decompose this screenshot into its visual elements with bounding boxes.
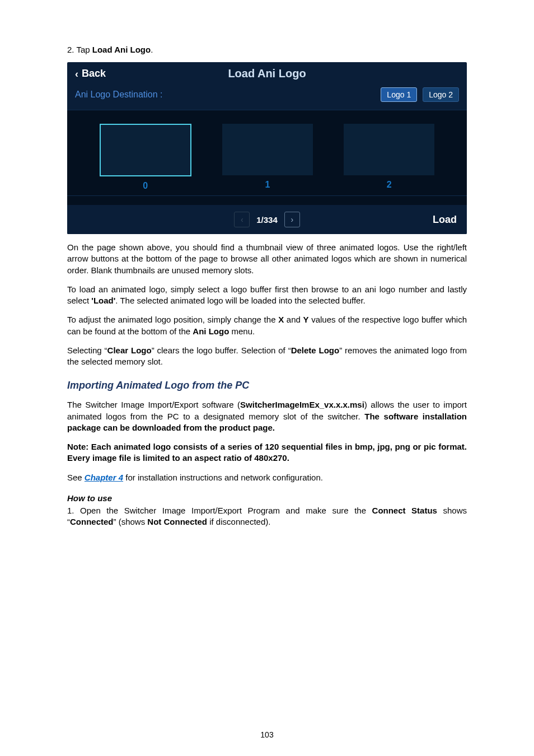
step2-bold: Load Ani Logo <box>92 45 151 54</box>
chevron-left-icon: ‹ <box>75 69 78 79</box>
s1-notconnected: Not Connected <box>147 517 207 526</box>
pager: ‹ 1/334 › <box>234 212 300 227</box>
thumbnail-1-box <box>222 124 313 175</box>
destination-label: Ani Logo Destination : <box>75 90 163 100</box>
thumbnail-area: 0 1 2 <box>67 110 467 205</box>
p5-msi: SwitcherImageImEx_vx.x.x.msi <box>240 400 364 409</box>
how-to-use-heading: How to use <box>67 493 467 503</box>
pager-next-button[interactable]: › <box>284 212 300 227</box>
back-label: Back <box>82 68 106 80</box>
panel-header: ‹ Back Load Ani Logo <box>67 62 467 83</box>
pager-text: 1/334 <box>252 214 282 226</box>
pager-prev-button[interactable]: ‹ <box>234 212 250 227</box>
paragraph-3: To adjust the animated logo position, si… <box>67 314 467 337</box>
p4-clear: Clear Logo <box>107 346 152 355</box>
p3-x: X <box>278 315 284 324</box>
s1-mid2: ” (shows <box>114 517 148 526</box>
chevron-left-icon: ‹ <box>241 215 243 224</box>
step2-suffix: . <box>151 45 153 54</box>
logo-1-button[interactable]: Logo 1 <box>381 87 417 102</box>
thumbnail-0-num: 0 <box>143 181 148 191</box>
thumbnail-1[interactable]: 1 <box>222 124 313 191</box>
p4-mid: ” clears the logo buffer. Selection of “ <box>152 346 291 355</box>
p4-delete: Delete Logo <box>291 346 340 355</box>
thumbnail-2-box <box>344 124 434 175</box>
paragraph-5: The Switcher Image Import/Export softwar… <box>67 399 467 433</box>
see-chapter-line: See Chapter 4 for installation instructi… <box>67 472 467 483</box>
step2-prefix: 2. Tap <box>67 45 92 54</box>
p3-post: menu. <box>229 326 255 336</box>
destination-row: Ani Logo Destination : Logo 1 Logo 2 <box>67 83 467 110</box>
load-ani-logo-panel: ‹ Back Load Ani Logo Ani Logo Destinatio… <box>67 62 467 234</box>
p4-pre: Selecting “ <box>67 346 107 355</box>
p3-y: Y <box>303 315 309 324</box>
paragraph-1: On the page shown above, you should find… <box>67 242 467 276</box>
paragraph-4: Selecting “Clear Logo” clears the logo b… <box>67 345 467 368</box>
note-paragraph: Note: Each animated logo consists of a s… <box>67 441 467 464</box>
p5-pre: The Switcher Image Import/Export softwar… <box>67 400 240 409</box>
s1-cs: Connect Status <box>372 506 437 515</box>
thumbnail-0-box <box>100 124 191 176</box>
panel-title: Load Ani Logo <box>67 67 467 80</box>
s1-post: if disconnected). <box>207 517 270 526</box>
heading-importing: Importing Animated Logo from the PC <box>67 380 467 391</box>
thumbnail-0[interactable]: 0 <box>100 124 191 191</box>
load-button[interactable]: Load <box>433 214 457 226</box>
chapter-4-link[interactable]: Chapter 4 <box>85 473 123 482</box>
destination-buttons: Logo 1 Logo 2 <box>381 87 459 102</box>
page-number: 103 <box>0 730 534 739</box>
thumbnail-row: 0 1 2 <box>67 124 467 191</box>
back-button[interactable]: ‹ Back <box>75 68 106 80</box>
p3-pre: To adjust the animated logo position, si… <box>67 315 278 324</box>
p3-mid1: and <box>284 315 303 324</box>
panel-footer: ‹ 1/334 › Load <box>67 205 467 234</box>
thumbnail-1-num: 1 <box>265 180 270 190</box>
s1-connected: Connected <box>70 517 114 526</box>
thumbnail-2[interactable]: 2 <box>344 124 434 191</box>
p3-ani: Ani Logo <box>193 326 229 336</box>
thumbnail-2-num: 2 <box>387 180 392 190</box>
p2-post: . The selected animated logo will be loa… <box>115 296 365 305</box>
s1-pre: 1. Open the Switcher Image Import/Export… <box>67 506 372 515</box>
step-2-line: 2. Tap Load Ani Logo. <box>67 45 467 54</box>
see-post: for installation instructions and networ… <box>123 473 323 482</box>
chevron-right-icon: › <box>291 215 293 224</box>
how-to-step-1: 1. Open the Switcher Image Import/Export… <box>67 505 467 528</box>
see-pre: See <box>67 473 85 482</box>
paragraph-2: To load an animated logo, simply select … <box>67 284 467 307</box>
logo-2-button[interactable]: Logo 2 <box>423 87 459 102</box>
p2-load: 'Load' <box>91 296 115 305</box>
thumbnail-separator <box>67 195 467 196</box>
